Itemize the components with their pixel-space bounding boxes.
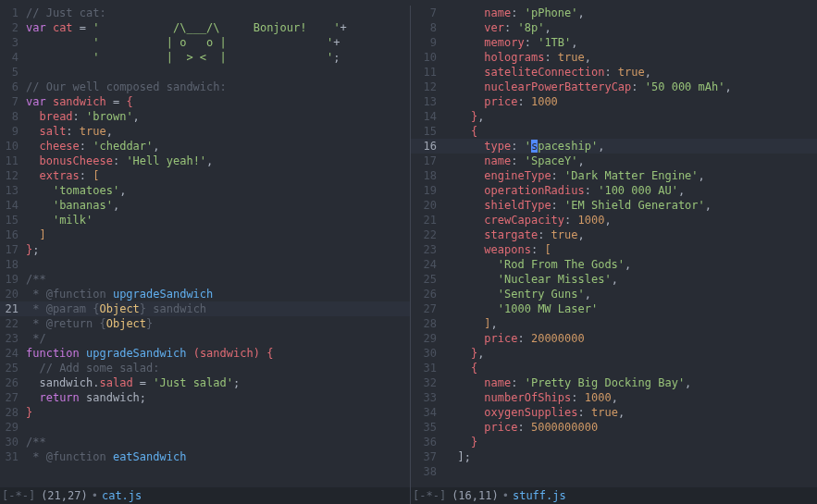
right-code-area[interactable]: 7 name: 'pPhone',8 ver: '8p',9 memory: '… (411, 6, 817, 487)
code-line[interactable]: 12 nuclearPowerBatteryCap: '50 000 mAh', (411, 80, 817, 94)
code-line[interactable]: 35 price: 5000000000 (411, 420, 817, 435)
code-content[interactable]: // Just cat: (26, 6, 410, 20)
code-content[interactable]: ver: '8p', (444, 20, 817, 35)
code-line[interactable]: 24function upgradeSandwich (sandwich) { (0, 346, 410, 361)
right-editor-pane[interactable]: 7 name: 'pPhone',8 ver: '8p',9 memory: '… (410, 6, 817, 504)
code-content[interactable]: }; (26, 242, 410, 257)
code-content[interactable]: * @function eatSandwich (26, 449, 410, 464)
code-line[interactable]: 21 * @param {Object} sandwich (0, 301, 410, 316)
code-line[interactable]: 23 */ (0, 331, 410, 346)
code-content[interactable]: }, (444, 346, 817, 361)
code-line[interactable]: 17}; (0, 242, 410, 257)
code-line[interactable]: 17 name: 'SpaceY', (411, 154, 817, 168)
code-content[interactable]: 'tomatoes', (26, 183, 410, 198)
code-content[interactable]: name: 'pPhone', (444, 6, 817, 20)
code-line[interactable]: 11 bonusCheese: 'Hell yeah!', (0, 154, 410, 168)
code-line[interactable]: 21 crewCapacity: 1000, (411, 213, 817, 227)
code-content[interactable]: price: 1000 (444, 94, 817, 109)
code-content[interactable]: 'Sentry Guns', (444, 287, 817, 301)
code-line[interactable]: 37 ]; (411, 449, 817, 464)
code-content[interactable]: type: 'spaceship', (444, 139, 817, 154)
code-content[interactable]: ]; (444, 449, 817, 464)
code-content[interactable]: nuclearPowerBatteryCap: '50 000 mAh', (444, 80, 817, 94)
code-line[interactable]: 9 salt: true, (0, 124, 410, 139)
code-line[interactable]: 8 bread: 'brown', (0, 109, 410, 124)
code-content[interactable]: ' | o o | '+ (26, 35, 410, 50)
code-line[interactable]: 26 sandwich.salad = 'Just salad'; (0, 375, 410, 390)
code-line[interactable]: 31 { (411, 361, 817, 375)
code-content[interactable]: sateliteConnection: true, (444, 65, 817, 80)
code-content[interactable]: extras: [ (26, 168, 410, 183)
code-line[interactable]: 4 ' | > < | '; (0, 50, 410, 65)
code-line[interactable]: 30 }, (411, 346, 817, 361)
code-line[interactable]: 14 'bananas', (0, 198, 410, 213)
code-line[interactable]: 19/** (0, 272, 410, 287)
code-line[interactable]: 3 ' | o o | '+ (0, 35, 410, 50)
code-content[interactable]: }, (444, 109, 817, 124)
code-content[interactable]: numberOfShips: 1000, (444, 390, 817, 405)
code-content[interactable]: operationRadius: '100 000 AU', (444, 183, 817, 198)
code-content[interactable]: price: 20000000 (444, 331, 817, 346)
code-line[interactable]: 10 cheese: 'cheddar', (0, 139, 410, 154)
code-content[interactable]: } (444, 435, 817, 449)
code-line[interactable]: 33 numberOfShips: 1000, (411, 390, 817, 405)
code-content[interactable]: // Add some salad: (26, 361, 410, 375)
code-content[interactable]: 'Nuclear Missles', (444, 272, 817, 287)
code-content[interactable]: engineType: 'Dark Matter Engine', (444, 168, 817, 183)
code-content[interactable]: * @return {Object} (26, 316, 410, 331)
code-line[interactable]: 36 } (411, 435, 817, 449)
code-line[interactable]: 24 'Rod From The Gods', (411, 257, 817, 272)
code-line[interactable]: 25 // Add some salad: (0, 361, 410, 375)
code-line[interactable]: 18 engineType: 'Dark Matter Engine', (411, 168, 817, 183)
code-line[interactable]: 29 (0, 420, 410, 435)
code-content[interactable]: var sandwich = { (26, 94, 410, 109)
code-line[interactable]: 20 shieldType: 'EM Shield Generator', (411, 198, 817, 213)
code-line[interactable]: 16 ] (0, 227, 410, 242)
code-line[interactable]: 23 weapons: [ (411, 242, 817, 257)
code-content[interactable]: */ (26, 331, 410, 346)
code-content[interactable]: bread: 'brown', (26, 109, 410, 124)
code-line[interactable]: 15 'milk' (0, 213, 410, 227)
code-content[interactable]: stargate: true, (444, 227, 817, 242)
code-content[interactable]: 'milk' (26, 213, 410, 227)
code-line[interactable]: 28} (0, 405, 410, 420)
code-content[interactable]: shieldType: 'EM Shield Generator', (444, 198, 817, 213)
code-line[interactable]: 13 'tomatoes', (0, 183, 410, 198)
code-line[interactable]: 38 (411, 464, 817, 479)
code-line[interactable]: 2var cat = ' /\___/\ Bonjour! '+ (0, 20, 410, 35)
code-line[interactable]: 1// Just cat: (0, 6, 410, 20)
code-line[interactable]: 27 return sandwich; (0, 390, 410, 405)
code-line[interactable]: 9 memory: '1TB', (411, 35, 817, 50)
code-line[interactable]: 27 '1000 MW Laser' (411, 301, 817, 316)
code-line[interactable]: 22 stargate: true, (411, 227, 817, 242)
code-content[interactable]: 'bananas', (26, 198, 410, 213)
code-content[interactable]: salt: true, (26, 124, 410, 139)
code-content[interactable]: memory: '1TB', (444, 35, 817, 50)
code-line[interactable]: 19 operationRadius: '100 000 AU', (411, 183, 817, 198)
code-content[interactable]: '1000 MW Laser' (444, 301, 817, 316)
code-content[interactable]: * @param {Object} sandwich (26, 301, 410, 316)
code-line[interactable]: 32 name: 'Pretty Big Docking Bay', (411, 375, 817, 390)
code-line[interactable]: 25 'Nuclear Missles', (411, 272, 817, 287)
code-line[interactable]: 11 sateliteConnection: true, (411, 65, 817, 80)
code-content[interactable]: crewCapacity: 1000, (444, 213, 817, 227)
code-line[interactable]: 20 * @function upgradeSandwich (0, 287, 410, 301)
code-line[interactable]: 29 price: 20000000 (411, 331, 817, 346)
code-content[interactable]: cheese: 'cheddar', (26, 139, 410, 154)
code-line[interactable]: 10 holograms: true, (411, 50, 817, 65)
code-line[interactable]: 7var sandwich = { (0, 94, 410, 109)
code-line[interactable]: 14 }, (411, 109, 817, 124)
code-content[interactable]: ] (26, 227, 410, 242)
code-content[interactable]: { (444, 124, 817, 139)
code-content[interactable]: price: 5000000000 (444, 420, 817, 435)
code-content[interactable]: name: 'Pretty Big Docking Bay', (444, 375, 817, 390)
code-content[interactable]: /** (26, 272, 410, 287)
code-line[interactable]: 22 * @return {Object} (0, 316, 410, 331)
code-content[interactable]: // Our well composed sandwich: (26, 80, 410, 94)
code-line[interactable]: 26 'Sentry Guns', (411, 287, 817, 301)
code-line[interactable]: 5 (0, 65, 410, 80)
left-editor-pane[interactable]: 1// Just cat:2var cat = ' /\___/\ Bonjou… (0, 6, 410, 504)
code-content[interactable]: bonusCheese: 'Hell yeah!', (26, 154, 410, 168)
code-content[interactable]: oxygenSupplies: true, (444, 405, 817, 420)
code-content[interactable]: holograms: true, (444, 50, 817, 65)
